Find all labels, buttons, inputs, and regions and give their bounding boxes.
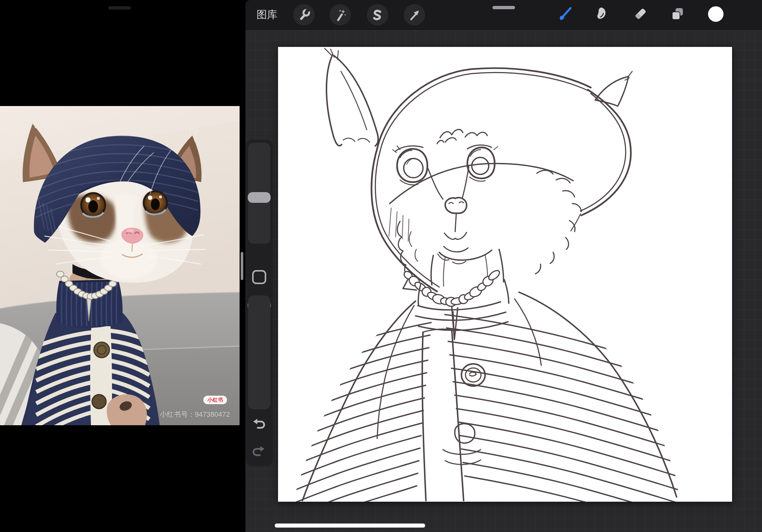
photo-button-bottom	[92, 395, 106, 409]
sketch-forehead	[437, 129, 487, 144]
xiaohongshu-badge: 小红书	[203, 396, 227, 404]
color-swatch-button[interactable]	[708, 6, 724, 22]
reference-pane: 小红书 小红书号：947380472	[0, 0, 245, 532]
sketch-body	[302, 292, 677, 501]
opacity-slider[interactable]	[248, 296, 270, 409]
sketch-right-ear	[595, 71, 632, 106]
transform-arrow-icon	[408, 8, 421, 21]
layers-icon	[669, 6, 685, 22]
paint-tool-button[interactable]	[556, 6, 573, 22]
erase-tool-button[interactable]	[632, 6, 648, 22]
paint-brush-icon	[556, 6, 573, 22]
undo-icon	[251, 416, 267, 432]
sketch-stripes-left	[293, 323, 431, 502]
gallery-button[interactable]: 图库	[257, 0, 277, 30]
eraser-icon	[632, 6, 648, 22]
splitview-divider-handle[interactable]	[241, 252, 243, 280]
selection-button[interactable]	[367, 4, 388, 25]
redo-button[interactable]	[251, 443, 267, 460]
adjustments-button[interactable]	[329, 4, 351, 25]
window-drag-handle[interactable]	[108, 6, 131, 10]
sketch-left-ear	[325, 48, 378, 146]
modify-button[interactable]	[252, 270, 266, 284]
watermark-id-text: 小红书号：947380472	[133, 410, 230, 419]
smudge-tool-button[interactable]	[593, 6, 609, 22]
window-drag-handle[interactable]	[492, 6, 515, 9]
sketch-stripes-right	[444, 314, 677, 502]
sketch-cheek-fluff	[397, 170, 581, 276]
canvas-sketch	[278, 47, 732, 502]
brush-size-thumb[interactable]	[248, 192, 271, 203]
sketch-eyes	[393, 145, 498, 185]
home-indicator[interactable]	[275, 524, 425, 528]
selection-s-icon	[371, 8, 384, 21]
transform-button[interactable]	[404, 4, 425, 25]
wrench-icon	[297, 8, 311, 21]
actions-button[interactable]	[293, 4, 315, 25]
redo-icon	[251, 443, 267, 460]
layers-button[interactable]	[669, 6, 685, 22]
smudge-finger-icon	[593, 6, 609, 22]
procreate-pane: 图库	[245, 0, 762, 532]
procreate-topbar: 图库	[245, 0, 762, 30]
photo-button-top	[94, 342, 109, 358]
cat-photo-illustration	[0, 106, 240, 425]
sketch-nose-mouth	[428, 167, 469, 264]
drawing-canvas[interactable]	[278, 47, 732, 502]
magic-wand-icon	[333, 8, 347, 21]
undo-button[interactable]	[251, 416, 267, 432]
reference-photo: 小红书 小红书号：947380472	[0, 106, 240, 425]
